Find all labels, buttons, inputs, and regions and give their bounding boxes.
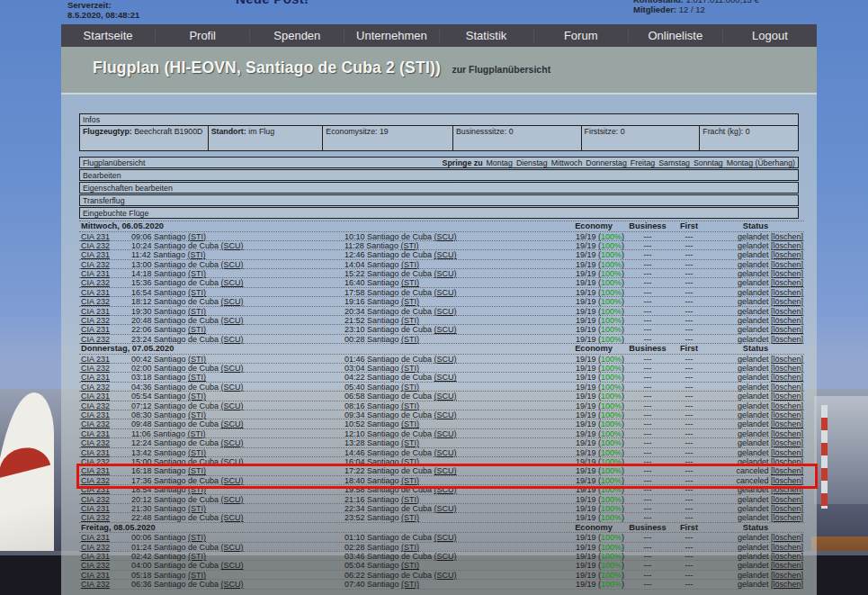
flight-number-link[interactable]: CIA 232 (79, 543, 131, 552)
delete-flight-link[interactable]: [löschen] (771, 419, 803, 428)
nav-item-unternehmen[interactable]: Unternehmen (344, 29, 438, 42)
delete-flight-link[interactable]: [löschen] (771, 325, 803, 334)
airport-code-link[interactable]: (SCU) (434, 466, 457, 475)
airport-code-link[interactable]: (SCU) (434, 325, 457, 334)
airport-code-link[interactable]: (STI) (401, 561, 419, 570)
flight-number-link[interactable]: CIA 232 (79, 260, 131, 269)
flight-number-link[interactable]: CIA 231 (79, 232, 131, 241)
airport-code-link[interactable]: (SCU) (434, 533, 457, 542)
airport-code-link[interactable]: (SCU) (434, 429, 457, 438)
airport-code-link[interactable]: (STI) (188, 325, 206, 334)
flight-number-link[interactable]: CIA 232 (79, 297, 131, 306)
delete-flight-link[interactable]: [löschen] (771, 383, 803, 392)
airport-code-link[interactable]: (SCU) (434, 269, 457, 278)
flight-number-link[interactable]: CIA 232 (79, 438, 131, 447)
delete-flight-link[interactable]: [löschen] (771, 288, 803, 297)
airport-code-link[interactable]: (SCU) (221, 476, 244, 485)
flight-number-link[interactable]: CIA 232 (79, 580, 131, 589)
delete-flight-link[interactable]: [löschen] (771, 307, 803, 316)
airport-code-link[interactable]: (SCU) (221, 419, 244, 428)
jump-link-donnerstag[interactable]: Donnerstag (586, 158, 626, 167)
nav-item-spenden[interactable]: Spenden (249, 29, 344, 42)
delete-flight-link[interactable]: [löschen] (771, 316, 803, 325)
airport-code-link[interactable]: (STI) (188, 269, 206, 278)
new-mail-link[interactable]: Neue Post! (236, 0, 309, 5)
delete-flight-link[interactable]: [löschen] (771, 485, 803, 494)
airport-code-link[interactable]: (STI) (401, 383, 419, 392)
airport-code-link[interactable]: (STI) (188, 355, 206, 364)
flight-number-link[interactable]: CIA 232 (79, 335, 131, 344)
flight-number-link[interactable]: CIA 231 (79, 307, 131, 316)
airport-code-link[interactable]: (STI) (188, 410, 206, 419)
airport-code-link[interactable]: (STI) (188, 485, 206, 494)
nav-item-logout[interactable]: Logout (722, 29, 817, 42)
airport-code-link[interactable]: (STI) (401, 364, 419, 373)
airport-code-link[interactable]: (SCU) (434, 392, 457, 401)
flight-number-link[interactable]: CIA 232 (79, 419, 131, 428)
flight-number-link[interactable]: CIA 231 (79, 288, 131, 297)
airport-code-link[interactable]: (SCU) (434, 485, 457, 494)
flight-number-link[interactable]: CIA 231 (79, 533, 131, 542)
flight-number-link[interactable]: CIA 231 (79, 552, 131, 561)
delete-flight-link[interactable]: [löschen] (771, 392, 803, 401)
flight-number-link[interactable]: CIA 231 (79, 448, 131, 457)
flight-number-link[interactable]: CIA 232 (79, 241, 131, 250)
flight-number-link[interactable]: CIA 231 (79, 250, 131, 259)
airport-code-link[interactable]: (STI) (401, 476, 419, 485)
airport-code-link[interactable]: (SCU) (434, 448, 457, 457)
delete-flight-link[interactable]: [löschen] (771, 457, 803, 466)
airport-code-link[interactable]: (SCU) (221, 543, 244, 552)
airport-code-link[interactable]: (STI) (188, 466, 206, 475)
delete-flight-link[interactable]: [löschen] (771, 438, 803, 447)
delete-flight-link[interactable]: [löschen] (771, 410, 803, 419)
flight-number-link[interactable]: CIA 232 (79, 383, 131, 392)
delete-flight-link[interactable]: [löschen] (771, 561, 803, 570)
flight-number-link[interactable]: CIA 231 (79, 392, 131, 401)
jump-link-montag[interactable]: Montag (487, 158, 513, 167)
jump-link-mittwoch[interactable]: Mittwoch (551, 158, 583, 167)
airport-code-link[interactable]: (SCU) (221, 297, 244, 306)
airport-code-link[interactable]: (SCU) (221, 513, 244, 522)
flight-number-link[interactable]: CIA 232 (79, 316, 131, 325)
jump-link-freitag[interactable]: Freitag (631, 158, 655, 167)
flight-number-link[interactable]: CIA 231 (79, 429, 131, 438)
delete-flight-link[interactable]: [löschen] (771, 260, 803, 269)
jump-link-montag-berhang-[interactable]: Montag (Überhang) (727, 158, 795, 167)
delete-flight-link[interactable]: [löschen] (771, 513, 803, 522)
airport-code-link[interactable]: (SCU) (221, 580, 244, 589)
nav-item-startseite[interactable]: Startseite (61, 29, 155, 42)
nav-item-forum[interactable]: Forum (533, 29, 628, 42)
airport-code-link[interactable]: (STI) (188, 288, 206, 297)
flight-number-link[interactable]: CIA 232 (79, 513, 131, 522)
delete-flight-link[interactable]: [löschen] (771, 269, 803, 278)
airport-code-link[interactable]: (STI) (188, 504, 206, 513)
flight-number-link[interactable]: CIA 231 (79, 485, 131, 494)
airport-code-link[interactable]: (SCU) (221, 383, 244, 392)
jump-link-dienstag[interactable]: Dienstag (516, 158, 548, 167)
delete-flight-link[interactable]: [löschen] (771, 504, 803, 513)
flight-number-link[interactable]: CIA 231 (79, 325, 131, 334)
airport-code-link[interactable]: (SCU) (221, 495, 244, 504)
delete-flight-link[interactable]: [löschen] (771, 552, 803, 561)
flight-number-link[interactable]: CIA 231 (79, 571, 131, 580)
airport-code-link[interactable]: (STI) (401, 495, 419, 504)
airport-code-link[interactable]: (STI) (188, 373, 206, 382)
airport-code-link[interactable]: (SCU) (221, 561, 244, 570)
flight-number-link[interactable]: CIA 232 (79, 364, 131, 373)
airport-code-link[interactable]: (SCU) (221, 335, 244, 344)
airport-code-link[interactable]: (STI) (401, 335, 419, 344)
delete-flight-link[interactable]: [löschen] (771, 364, 803, 373)
airport-code-link[interactable]: (STI) (400, 241, 418, 250)
airport-code-link[interactable]: (SCU) (434, 288, 457, 297)
airport-code-link[interactable]: (SCU) (221, 457, 244, 466)
airport-code-link[interactable]: (STI) (187, 429, 205, 438)
menu-item-eigenschaften-bearbeiten[interactable]: Eigenschaften bearbeiten (79, 182, 799, 194)
airport-code-link[interactable]: (STI) (401, 401, 419, 410)
flight-number-link[interactable]: CIA 232 (79, 495, 131, 504)
airport-code-link[interactable]: (SCU) (221, 241, 244, 250)
delete-flight-link[interactable]: [löschen] (771, 250, 803, 259)
delete-flight-link[interactable]: [löschen] (771, 373, 803, 382)
nav-item-onlineliste[interactable]: Onlineliste (628, 29, 722, 42)
delete-flight-link[interactable]: [löschen] (771, 495, 803, 504)
flight-number-link[interactable]: CIA 231 (79, 466, 131, 475)
